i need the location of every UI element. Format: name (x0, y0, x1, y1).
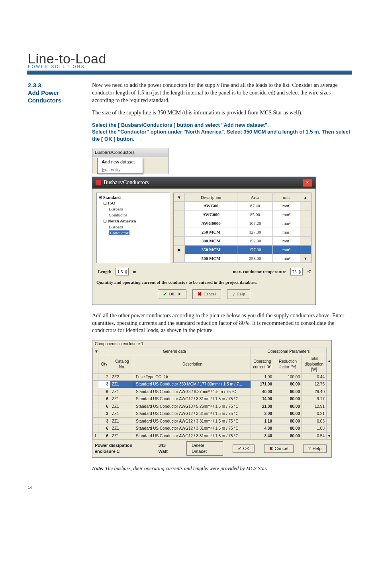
page-number: 14 (28, 486, 352, 490)
note-footer: Note: The busbars, their operating curre… (92, 465, 352, 472)
table-row[interactable]: 3ZZ1Standard US Conductor 350 MCM / 177.… (93, 381, 331, 388)
dissipation-value: 343 Watt (158, 442, 174, 454)
temp-unit: °C (307, 269, 311, 275)
screenshot-busbars-dialog: Busbars/Conductors AAdd new dataset EEdi… (92, 148, 352, 305)
instruction-block: Select the [ Busbars/Conductors ] button… (92, 122, 352, 143)
tree-iso-conductor[interactable]: Conductor (109, 212, 127, 217)
cursor-icon: ➤ (178, 291, 181, 297)
tree-standard[interactable]: Standard (103, 195, 121, 200)
grid-row[interactable]: 250 MCM127.00mm² (174, 228, 311, 237)
ok-button[interactable]: ✔OK➤ (158, 289, 186, 299)
table-row[interactable]: 6ZZ1Standard US Conductor AWG8 / 8.37mm²… (93, 388, 331, 395)
length-unit: m (133, 269, 136, 275)
stepper-icon[interactable]: ▲▼ (298, 269, 302, 275)
grid-row[interactable]: AWG0000107.20mm² (174, 219, 311, 228)
app-icon (96, 180, 101, 185)
delete-dataset-button[interactable]: Delete Dataset (186, 441, 223, 456)
tree-north-america[interactable]: North America (108, 218, 136, 223)
help-button[interactable]: ?Help (227, 289, 250, 299)
scroll-up-icon[interactable]: ▴ (327, 348, 331, 373)
tree-iso-busbars[interactable]: Busbars (109, 206, 123, 211)
col-reduction[interactable]: Reduction factor [%] (274, 355, 302, 374)
components-title: Components in enclosure 1 (92, 340, 331, 348)
paragraph-2: The size of the supply line is 350 MCM (… (92, 109, 352, 117)
tree-iso[interactable]: ISO (108, 201, 116, 205)
length-label: Length (98, 269, 112, 275)
brand-subtitle: POWER SOLUTIONS (28, 65, 352, 69)
expand-all-icon[interactable]: ▼ (93, 348, 98, 355)
grid-row[interactable]: AWG00085.00mm² (174, 210, 311, 219)
cancel-button[interactable]: ✖Cancel (192, 289, 221, 299)
paragraph-3: Add all the other power conductors accor… (92, 312, 352, 335)
tree-na-busbars[interactable]: Busbars (109, 224, 123, 229)
paragraph-1: Now we need to add the power conductors … (92, 82, 352, 104)
grid-row[interactable]: AWG0067.40mm² (174, 202, 311, 210)
grid-row[interactable]: 300 MCM152.00mm² (174, 236, 311, 245)
grid-header-desc[interactable]: Description (185, 193, 237, 202)
brand-logo: Line-to-Load POWER SOLUTIONS (28, 52, 352, 69)
temp-label: max. conductor temperature (233, 269, 286, 275)
dialog-titlebar: Busbars/Conductors × (92, 177, 315, 189)
stepper-icon[interactable]: ▲▼ (124, 269, 127, 275)
col-description[interactable]: Description (134, 355, 251, 374)
dialog-title: Busbars/Conductors (104, 179, 149, 187)
table-row[interactable]: 6ZZ1Standard US Conductor AWG12 / 3.31mm… (93, 425, 331, 433)
dialog-footer-note: Quantity and operating current of the co… (96, 279, 311, 285)
x-icon: ✖ (269, 446, 273, 452)
close-icon[interactable]: × (303, 179, 312, 187)
standards-tree[interactable]: ⊟ Standard ⊟ ISO Busbars Conductor ⊟ Nor… (96, 193, 170, 264)
context-menu: AAdd new dataset EEdit entry (97, 158, 143, 174)
check-icon: ✔ (238, 446, 241, 452)
question-icon: ? (232, 291, 235, 298)
col-group-operational: Operational Parameters (251, 348, 327, 355)
table-row[interactable]: 2ZZ2Fuse Type CC, 2A1.00100.000.44 (93, 373, 331, 381)
dissipation-label: Power dissipation enclosure 1: (95, 442, 153, 454)
instruction-line-2: Select the "Conductor" option under "Nor… (92, 128, 352, 142)
col-qty[interactable]: Qty (98, 355, 110, 374)
col-total[interactable]: Total dissipation [W] (302, 355, 327, 374)
temp-input[interactable]: 75 ▲▼ (290, 268, 303, 275)
question-icon: ? (308, 446, 311, 452)
cancel-button[interactable]: ✖Cancel (264, 444, 293, 453)
brand-title: Line-to-Load (28, 52, 352, 65)
grid-header-area[interactable]: Area (237, 193, 273, 202)
section-number: 2.3.3 (28, 82, 82, 88)
help-button[interactable]: ?Help (303, 444, 327, 453)
grid-corner[interactable]: ▼ (174, 193, 185, 202)
length-input[interactable]: 1.5 ▲▼ (116, 268, 129, 275)
x-icon: ✖ (198, 291, 202, 298)
table-row[interactable]: 6ZZ1Standard US Conductor AWG12 / 3.31mm… (93, 395, 331, 403)
instruction-line-1: Select the [ Busbars/Conductors ] button… (92, 122, 352, 129)
brand-bar (27, 71, 352, 75)
screenshot-components-table: Components in enclosure 1 ▼ General data… (92, 340, 332, 458)
ok-button[interactable]: ✔OK (233, 444, 255, 453)
table-row[interactable]: 3ZZ1Standard US Conductor AWG12 / 3.31mm… (93, 417, 331, 425)
section-title: Add Power Conductors (28, 89, 82, 104)
check-icon: ✔ (163, 291, 167, 298)
scroll-up-icon[interactable]: ▴ (300, 193, 311, 202)
dropdown-title[interactable]: Busbars/Conductors (92, 148, 168, 157)
table-row[interactable]: 3ZZ1Standard US Conductor AWG12 / 3.31mm… (93, 410, 331, 418)
menu-edit-entry[interactable]: EEdit entry (98, 166, 143, 173)
col-catalog[interactable]: Catalog No. (110, 355, 134, 374)
grid-row[interactable]: 500 MCM253.00mm²▾ (174, 254, 311, 263)
grid-header-unit[interactable]: unit (273, 193, 300, 202)
menu-add-dataset[interactable]: AAdd new dataset (98, 158, 143, 166)
col-group-general: General data (98, 348, 251, 355)
tree-na-conductor[interactable]: Conductor (109, 230, 129, 235)
col-current[interactable]: Operating current [A] (251, 355, 274, 374)
table-row[interactable]: I6ZZ1Standard US Conductor AWG12 / 3.31m… (93, 432, 331, 440)
grid-row[interactable]: ▶350 MCM177.00mm² (174, 245, 311, 254)
conductor-grid[interactable]: ▼ Description Area unit ▴ AWG0067.40mm²A… (173, 193, 311, 264)
table-row[interactable]: 6ZZ1Standard US Conductor AWG10 / 5.26mm… (93, 403, 331, 410)
